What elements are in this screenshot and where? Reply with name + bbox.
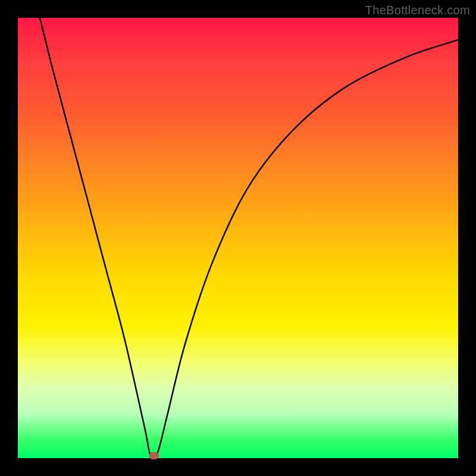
optimum-marker — [149, 452, 159, 459]
watermark-text: TheBottleneck.com — [365, 4, 470, 17]
curve-svg — [18, 18, 458, 458]
bottleneck-curve-path — [40, 18, 458, 456]
plot-area — [18, 18, 458, 458]
chart-frame: TheBottleneck.com — [0, 0, 476, 476]
